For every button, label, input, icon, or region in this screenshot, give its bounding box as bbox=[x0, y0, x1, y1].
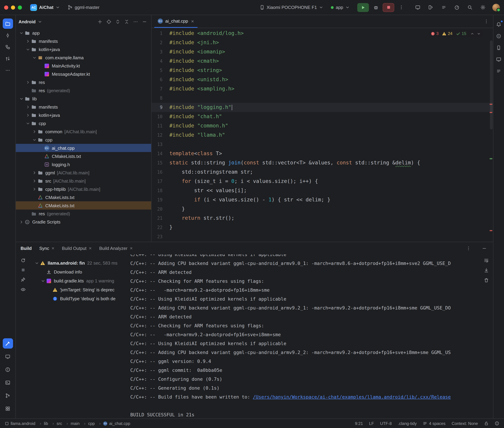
rerun-button[interactable] bbox=[20, 258, 26, 263]
indent-style-selector[interactable]: 4 spaces bbox=[423, 421, 445, 426]
line-ending-selector[interactable]: LF bbox=[369, 421, 374, 426]
expand-all-button[interactable] bbox=[113, 17, 122, 26]
clear-button[interactable] bbox=[484, 278, 489, 283]
code-line[interactable]: 22} bbox=[152, 223, 493, 232]
breadcrumb-item[interactable]: C+ai_chat.cpp bbox=[103, 421, 130, 426]
build-tab-build-analyzer[interactable]: Build Analyzer× bbox=[99, 246, 133, 251]
chevron-down-icon[interactable] bbox=[25, 47, 31, 51]
clang-tidy-widget[interactable]: .clang-tidy bbox=[398, 421, 417, 426]
pair-devices-icon[interactable] bbox=[426, 3, 436, 12]
commit-icon[interactable] bbox=[3, 30, 13, 41]
code-line[interactable]: 18 str << values[i]; bbox=[152, 186, 493, 195]
version-control-icon[interactable] bbox=[3, 390, 13, 401]
problems-icon[interactable] bbox=[3, 364, 13, 375]
tree-item[interactable]: kotlin+java bbox=[16, 111, 151, 119]
chevron-right-icon[interactable] bbox=[32, 179, 37, 183]
project-view-selector[interactable]: Android bbox=[18, 19, 36, 24]
tree-item[interactable]: cpp-httplib[AiChat.lib.main] bbox=[16, 185, 151, 193]
gradle-icon[interactable]: G bbox=[494, 31, 504, 41]
tree-item[interactable]: manifests bbox=[16, 103, 151, 111]
tree-item[interactable]: MainActivity.kt bbox=[16, 62, 151, 70]
tree-item[interactable]: com.example.llama bbox=[16, 53, 151, 62]
collapse-all-button[interactable] bbox=[122, 17, 131, 26]
build-tab-build-output[interactable]: Build Output× bbox=[62, 246, 92, 251]
code-line[interactable]: 6#include <unistd.h> bbox=[152, 75, 493, 84]
app-insights-icon[interactable] bbox=[494, 66, 504, 76]
close-window-button[interactable] bbox=[4, 5, 8, 9]
stop-button[interactable] bbox=[383, 3, 394, 12]
breadcrumb-item[interactable]: cpp bbox=[88, 421, 101, 426]
build-panel-options-button[interactable] bbox=[464, 244, 472, 252]
code-line[interactable]: 3#include <iomanip> bbox=[152, 47, 493, 57]
tree-item[interactable]: app bbox=[16, 29, 151, 37]
hide-button[interactable] bbox=[140, 17, 148, 26]
code-line[interactable]: 4#include <cmath> bbox=[152, 57, 493, 66]
pin-button[interactable] bbox=[20, 277, 26, 282]
chevron-right-icon[interactable] bbox=[32, 170, 37, 175]
pull-requests-icon[interactable] bbox=[3, 53, 13, 64]
scroll-to-end-button[interactable] bbox=[484, 268, 489, 273]
project-selector[interactable]: AC AiChat bbox=[27, 3, 63, 12]
tree-item[interactable]: common[AiChat.lib.main] bbox=[16, 127, 151, 136]
run-config-selector[interactable]: app bbox=[328, 3, 352, 11]
chevron-down-icon[interactable] bbox=[25, 121, 31, 125]
terminal-icon[interactable] bbox=[3, 377, 13, 387]
chevron-down-icon[interactable] bbox=[18, 96, 24, 101]
build-icon[interactable] bbox=[3, 338, 13, 348]
editor-scrollbar[interactable] bbox=[490, 41, 493, 130]
zoom-window-button[interactable] bbox=[18, 5, 22, 9]
error-stripe-mark[interactable] bbox=[490, 104, 492, 105]
code-line[interactable]: 12#include "llama.h" bbox=[152, 131, 493, 140]
chevron-down-icon[interactable] bbox=[34, 261, 40, 265]
code-line[interactable]: 13 bbox=[152, 140, 493, 149]
tree-item[interactable]: ggml[AiChat.lib.main] bbox=[16, 169, 151, 177]
locate-button[interactable] bbox=[105, 17, 113, 26]
code-line[interactable]: 20 } bbox=[152, 205, 493, 214]
code-line[interactable]: 8 bbox=[152, 93, 493, 103]
encoding-selector[interactable]: UTF-8 bbox=[380, 421, 392, 426]
tree-item[interactable]: lib bbox=[16, 95, 151, 103]
more-button[interactable] bbox=[131, 17, 140, 26]
tree-item[interactable]: CMakeLists.txt bbox=[16, 193, 151, 201]
code-line[interactable]: 15static std::string join(const std::vec… bbox=[152, 158, 493, 167]
close-tab-icon[interactable]: × bbox=[191, 18, 194, 24]
tree-item[interactable]: cpp bbox=[16, 119, 151, 127]
code-line[interactable]: 11#include "common.h" bbox=[152, 121, 493, 131]
soft-wrap-button[interactable] bbox=[484, 258, 489, 263]
tree-item[interactable]: MessageAdapter.kt bbox=[16, 70, 151, 78]
error-stripe-mark[interactable] bbox=[490, 158, 492, 159]
editor-options-button[interactable] bbox=[482, 17, 490, 25]
close-tab-icon[interactable]: × bbox=[89, 246, 92, 251]
close-tab-icon[interactable]: × bbox=[130, 246, 133, 251]
errors-badge[interactable]: 3 bbox=[430, 31, 438, 36]
tree-item[interactable]: cpp bbox=[16, 136, 151, 144]
settings-icon[interactable] bbox=[478, 3, 487, 12]
chevron-right-icon[interactable] bbox=[25, 39, 31, 43]
previous-problem-button[interactable] bbox=[470, 32, 474, 35]
hide-build-panel-button[interactable] bbox=[480, 244, 488, 252]
code-line[interactable]: 10#include "chat.h" bbox=[152, 112, 493, 121]
chevron-right-icon[interactable] bbox=[32, 187, 37, 191]
search-icon[interactable] bbox=[465, 3, 475, 12]
debug-button[interactable] bbox=[371, 3, 381, 12]
logcat-icon[interactable] bbox=[439, 3, 448, 12]
code-line[interactable]: 14template<class T> bbox=[152, 149, 493, 158]
chevron-right-icon[interactable] bbox=[18, 220, 24, 224]
notifications-icon[interactable] bbox=[494, 19, 504, 29]
device-selector[interactable]: Xiaomi POCOPHONE F1 bbox=[257, 3, 326, 11]
close-tab-icon[interactable]: × bbox=[52, 246, 54, 251]
tree-item[interactable]: CMakeLists.txt bbox=[16, 201, 151, 210]
services-icon[interactable] bbox=[3, 403, 13, 414]
inspection-status-icon[interactable] bbox=[495, 421, 499, 426]
code-line[interactable]: 17 for (size_t i = 0; i < values.size();… bbox=[152, 177, 493, 186]
chevron-right-icon[interactable] bbox=[25, 113, 31, 117]
tree-item[interactable]: src[AiChat.lib.main] bbox=[16, 177, 151, 185]
breadcrumb-item[interactable]: lib bbox=[44, 421, 54, 426]
run-button[interactable] bbox=[357, 3, 369, 12]
chevron-right-icon[interactable] bbox=[32, 129, 37, 134]
tree-item[interactable]: res bbox=[16, 78, 151, 86]
code-line[interactable]: 2#include <jni.h> bbox=[152, 38, 493, 47]
more-actions-button[interactable] bbox=[396, 3, 406, 12]
minimize-window-button[interactable] bbox=[11, 5, 15, 9]
readonly-lock-icon[interactable] bbox=[484, 421, 488, 426]
